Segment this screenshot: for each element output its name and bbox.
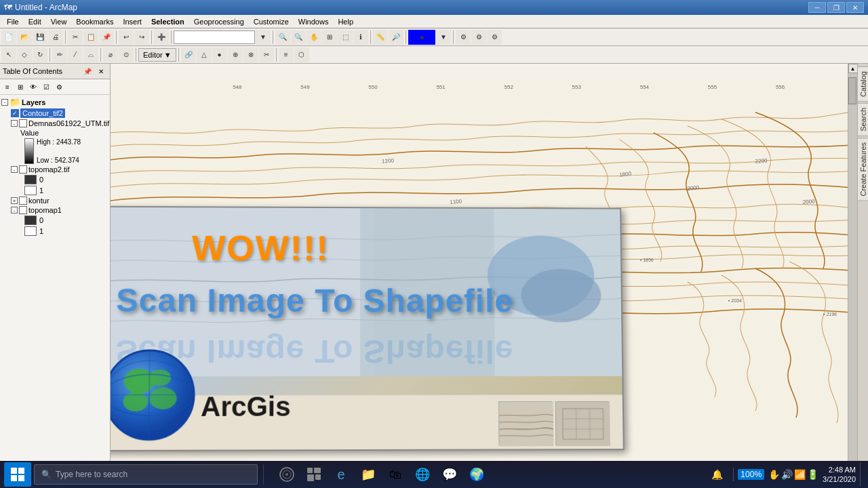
toc-options[interactable]: ⚙ xyxy=(53,81,65,93)
new-map-button[interactable]: 📄 xyxy=(1,30,16,45)
save-button[interactable]: 💾 xyxy=(33,30,47,45)
layer-contour-tif2-checkbox[interactable] xyxy=(11,109,19,117)
close-button[interactable]: ✕ xyxy=(846,2,864,13)
menu-help[interactable]: Help xyxy=(334,17,357,26)
zoom-in-button[interactable]: 🔍 xyxy=(275,30,290,45)
attributes-btn[interactable]: ≡ xyxy=(279,47,294,62)
taskbar-search[interactable]: 🔍 Type here to search xyxy=(34,464,258,485)
snapping-btn[interactable]: 🔗 xyxy=(181,47,196,62)
toc-close-button[interactable]: ✕ xyxy=(95,65,107,77)
edit-vertices-btn[interactable]: ● xyxy=(212,47,227,62)
search-tab[interactable]: Search xyxy=(857,103,869,136)
svg-text:555: 555 xyxy=(708,84,717,90)
toc-list-by-visibility[interactable]: 👁 xyxy=(27,81,39,93)
color-dropdown[interactable]: ▼ xyxy=(436,30,451,45)
find-button[interactable]: 🔎 xyxy=(389,30,403,45)
vertex-button[interactable]: ◇ xyxy=(17,47,32,62)
cut-features-btn[interactable]: ✂ xyxy=(259,47,274,62)
taskbar-chrome[interactable]: 🌐 xyxy=(410,462,435,487)
menu-customize[interactable]: Customize xyxy=(250,17,293,26)
menu-insert[interactable]: Insert xyxy=(119,17,146,26)
pointer-button[interactable]: ↖ xyxy=(1,47,16,62)
menu-geoprocessing[interactable]: Geoprocessing xyxy=(190,17,248,26)
full-extent-button[interactable]: ⊞ xyxy=(322,30,337,45)
taskbar-store[interactable]: 🛍 xyxy=(383,462,408,487)
layer-contour-tif2[interactable]: Contour_tif2 xyxy=(0,108,110,119)
start-button[interactable] xyxy=(4,462,31,487)
layer-demnas-expand[interactable]: - xyxy=(11,120,18,127)
layers-group-header[interactable]: - 📁 Layers xyxy=(0,96,110,108)
sketch-tool[interactable]: ✏ xyxy=(52,47,67,62)
layer-topomap1-checkbox[interactable] xyxy=(19,206,27,214)
scale-dropdown[interactable]: ▼ xyxy=(256,30,271,45)
layers-expand-btn[interactable]: - xyxy=(1,99,8,106)
minimize-button[interactable]: ─ xyxy=(808,2,826,13)
measure-button[interactable]: 📏 xyxy=(373,30,388,45)
taskbar-app1[interactable]: 💬 xyxy=(437,462,462,487)
taskbar-notification[interactable]: 🔔 xyxy=(705,462,729,487)
layer-topomap2[interactable]: - topomap2.tif xyxy=(0,165,110,174)
taskbar-task-view[interactable] xyxy=(302,462,326,487)
show-desktop-button[interactable] xyxy=(860,462,864,487)
layer-topomap1[interactable]: - topomap1 xyxy=(0,205,110,215)
arc-tools-3[interactable]: ⚙ xyxy=(487,30,502,45)
menu-view[interactable]: View xyxy=(47,17,71,26)
union-btn[interactable]: ⊗ xyxy=(243,47,258,62)
taskbar-cortana[interactable] xyxy=(275,462,299,487)
layer-kontur-checkbox[interactable] xyxy=(19,197,27,205)
create-features-tab[interactable]: Create Features xyxy=(857,138,869,201)
layer-topomap2-checkbox[interactable] xyxy=(19,165,27,174)
layer-kontur-expand[interactable]: + xyxy=(11,197,18,204)
menu-file[interactable]: File xyxy=(3,17,23,26)
edit-rotate[interactable]: ↻ xyxy=(33,47,47,62)
pan-button[interactable]: ✋ xyxy=(307,30,321,45)
redo-button[interactable]: ↪ xyxy=(134,30,149,45)
sketch-props-btn[interactable]: ⬡ xyxy=(294,47,309,62)
editor-dropdown[interactable]: Editor ▼ xyxy=(138,48,176,62)
restore-button[interactable]: ❐ xyxy=(827,2,845,13)
paste-button[interactable]: 📌 xyxy=(99,30,114,45)
menu-edit[interactable]: Edit xyxy=(24,17,45,26)
add-data-button[interactable]: ➕ xyxy=(154,30,169,45)
taskbar-edge[interactable]: e xyxy=(329,462,353,487)
taskbar-clock[interactable]: 2:48 AM 3/21/2020 xyxy=(823,465,856,485)
undo-button[interactable]: ↩ xyxy=(119,30,134,45)
menu-bookmarks[interactable]: Bookmarks xyxy=(72,17,117,26)
sep8 xyxy=(453,30,454,44)
layer-topomap1-expand[interactable]: - xyxy=(11,207,18,214)
arc-tools-1[interactable]: ⚙ xyxy=(456,30,471,45)
identify-button[interactable]: ℹ xyxy=(353,30,368,45)
layer-demnas-checkbox[interactable] xyxy=(19,119,27,127)
toc-list-by-drawing-order[interactable]: ≡ xyxy=(1,81,14,93)
taskbar-app2[interactable]: 🌍 xyxy=(465,462,489,487)
color-picker[interactable]: ■ xyxy=(408,30,435,45)
taskbar-file-explorer[interactable]: 📁 xyxy=(356,462,380,487)
cut-button[interactable]: ✂ xyxy=(68,30,83,45)
scroll-up-button[interactable]: ▲ xyxy=(848,64,858,73)
menu-selection[interactable]: Selection xyxy=(147,17,189,26)
zoom-out-button[interactable]: 🔍 xyxy=(291,30,306,45)
reshape-tool[interactable]: ⌓ xyxy=(83,47,98,62)
open-button[interactable]: 📂 xyxy=(17,30,32,45)
arc-tools-2[interactable]: ⚙ xyxy=(471,30,486,45)
buffer-tool[interactable]: ⊙ xyxy=(119,47,134,62)
layer-kontur[interactable]: + kontur xyxy=(0,196,110,205)
toc-title: Table Of Contents xyxy=(3,67,62,75)
toc-list-by-source[interactable]: ⊞ xyxy=(14,81,26,93)
print-button[interactable]: 🖨 xyxy=(48,30,63,45)
merge-btn[interactable]: ⊕ xyxy=(228,47,243,62)
split-tool[interactable]: ⌀ xyxy=(103,47,118,62)
toc-list-by-selection[interactable]: ☑ xyxy=(40,81,52,93)
scroll-thumb-vertical[interactable] xyxy=(848,77,856,104)
topology-btn[interactable]: △ xyxy=(197,47,212,62)
sep3 xyxy=(151,30,152,44)
layer-topomap2-expand[interactable]: - xyxy=(11,166,18,173)
line-tool[interactable]: ∕ xyxy=(68,47,83,62)
copy-button[interactable]: 📋 xyxy=(83,30,98,45)
toc-pin-button[interactable]: 📌 xyxy=(81,65,94,77)
menu-windows[interactable]: Windows xyxy=(294,17,333,26)
layer-demnas[interactable]: - Demnas061922_UTM.tif xyxy=(0,119,110,128)
catalog-tab[interactable]: Catalog xyxy=(857,66,869,102)
select-features-button[interactable]: ⬚ xyxy=(338,30,353,45)
scale-input[interactable]: 1:28,543 xyxy=(174,30,255,44)
